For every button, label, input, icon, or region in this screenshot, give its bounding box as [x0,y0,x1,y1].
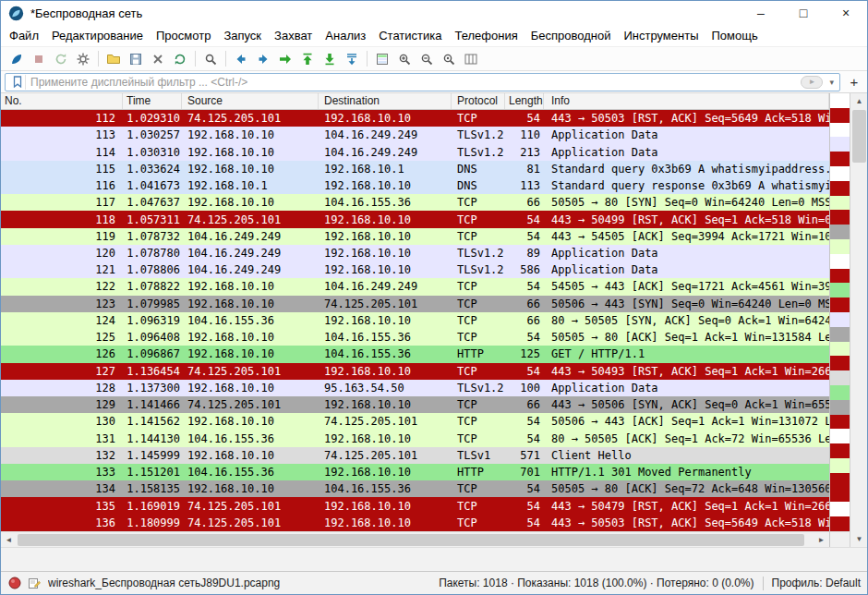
scroll-left-arrow[interactable]: ◄ [1,532,17,548]
packet-row[interactable]: 1281.137300192.168.10.1095.163.54.50TLSv… [1,380,829,396]
vertical-scroll-track[interactable] [850,109,868,531]
column-header-len[interactable]: Length [505,93,544,109]
start-capture-button[interactable] [6,48,28,69]
filter-apply-button[interactable]: ► [801,76,823,89]
packet-row[interactable]: 1341.158135192.168.10.10104.16.155.36TCP… [1,480,829,497]
packet-row[interactable]: 1251.096408192.168.10.10104.16.155.36TCP… [1,329,829,346]
packet-row[interactable]: 1351.16901974.125.205.101192.168.10.10TC… [1,497,829,514]
profile-selector[interactable]: Профиль: Default [772,577,862,589]
go-back-button[interactable] [230,48,252,69]
horizontal-scroll-thumb[interactable] [18,534,804,546]
menu-item-8[interactable]: Беспроводной [524,27,618,44]
packet-protocol: TCP [452,298,505,310]
menu-item-10[interactable]: Помощь [705,27,765,44]
packet-row[interactable]: 1181.05731174.125.205.101192.168.10.10TC… [1,211,829,227]
packet-row[interactable]: 1261.096867192.168.10.10104.16.155.36HTT… [1,346,829,362]
packet-row[interactable]: 1311.144130104.16.155.36192.168.10.10TCP… [1,430,829,446]
reload-file-button[interactable] [169,48,191,69]
menu-item-3[interactable]: Запуск [217,27,268,44]
packet-row[interactable]: 1161.041673192.168.10.1192.168.10.10DNS1… [1,177,829,194]
packet-row[interactable]: 1121.02931074.125.205.101192.168.10.10TC… [1,110,829,127]
stop-capture-button[interactable] [28,48,50,69]
go-first-button[interactable] [296,48,319,69]
filter-dropdown-caret[interactable]: ▾ [827,78,836,87]
packet-row[interactable]: 1211.078806104.16.249.249192.168.10.10TL… [1,261,829,278]
packet-row[interactable]: 1241.096319104.16.155.36192.168.10.10TCP… [1,312,829,329]
close-file-button[interactable] [147,48,169,69]
display-filter-input[interactable] [30,75,801,90]
packet-row[interactable]: 1301.141562192.168.10.1074.125.205.101TC… [1,413,829,430]
menu-item-9[interactable]: Инструменты [617,27,705,44]
maximize-button[interactable]: □ [782,1,825,25]
column-header-proto[interactable]: Protocol [452,93,505,109]
packet-row[interactable]: 1131.030257192.168.10.10104.16.249.249TL… [1,127,829,143]
auto-scroll-button[interactable] [341,48,363,69]
packet-row[interactable]: 1271.13645474.125.205.101192.168.10.10TC… [1,363,829,380]
zoom-out-button[interactable] [416,48,438,69]
display-filter-box: ► ▾ [5,73,840,91]
vertical-scroll-thumb[interactable] [852,110,866,163]
packet-row[interactable]: 1231.079985192.168.10.1074.125.205.101TC… [1,296,829,312]
scroll-down-arrow[interactable]: ▼ [850,531,868,547]
scroll-right-arrow[interactable]: ► [814,532,829,548]
packet-time: 1.033624 [123,163,182,176]
column-header-dst[interactable]: Destination [319,93,452,109]
packet-row[interactable]: 1221.078822192.168.10.10104.16.249.249TC… [1,278,829,295]
restart-capture-button[interactable] [50,48,72,69]
packet-length: 54 [505,213,544,226]
go-last-button[interactable] [319,48,341,69]
menu-item-2[interactable]: Просмотр [150,27,217,44]
open-file-button[interactable] [102,48,125,69]
minimap-stripe [830,254,850,269]
packet-source: 192.168.10.1 [182,179,319,192]
packet-row[interactable]: 1201.078780104.16.249.249192.168.10.10TL… [1,245,829,261]
packet-destination: 104.16.249.249 [319,280,452,293]
packet-info: 443 → 50503 [RST, ACK] Seq=5649 Ack=518 … [544,112,829,125]
column-header-info[interactable]: Info [544,93,829,109]
expert-info-button[interactable] [7,576,22,590]
menu-item-7[interactable]: Телефония [448,27,524,44]
find-packet-button[interactable] [199,48,222,69]
scroll-up-arrow[interactable]: ▲ [850,93,868,109]
packet-row[interactable]: 1191.078732104.16.249.249192.168.10.10TC… [1,228,829,245]
filter-bookmark-button[interactable] [9,75,26,90]
packet-row[interactable]: 1331.151201104.16.155.36192.168.10.10HTT… [1,464,829,480]
packet-row[interactable]: 1291.14146674.125.205.101192.168.10.10TC… [1,396,829,413]
capture-options-button[interactable] [72,48,94,69]
column-header-time[interactable]: Time [123,93,182,109]
add-filter-button[interactable]: + [845,73,863,91]
packet-info: Application Data [544,247,829,260]
packet-no: 130 [1,415,123,428]
packet-minimap[interactable] [830,93,850,531]
menu-item-6[interactable]: Статистика [372,27,448,44]
save-file-button[interactable] [125,48,147,69]
resize-columns-button[interactable] [460,48,482,69]
column-header-no[interactable]: No. [1,93,123,109]
column-header-src[interactable]: Source [182,93,319,109]
close-button[interactable]: × [825,1,867,25]
go-to-packet-button[interactable] [274,48,296,69]
zoom-in-button[interactable] [393,48,416,69]
packet-row[interactable]: 1141.030310192.168.10.10104.16.249.249TL… [1,143,829,160]
packet-destination: 104.16.155.36 [319,331,452,344]
horizontal-scroll-track[interactable] [17,532,814,548]
packet-time: 1.180999 [123,516,182,529]
zoom-reset-button[interactable] [438,48,460,69]
packet-row[interactable]: 1321.145999192.168.10.1074.125.205.101TL… [1,447,829,464]
packet-row[interactable]: 1151.033624192.168.10.10192.168.10.1DNS8… [1,161,829,177]
menu-item-1[interactable]: Редактирование [45,27,150,44]
packet-destination: 192.168.10.1 [319,163,452,176]
minimize-button[interactable]: – [740,1,782,25]
vertical-scrollbar: ▲ ▼ [850,93,868,547]
packet-row[interactable]: 1171.047637192.168.10.10104.16.155.36TCP… [1,194,829,211]
packet-protocol: DNS [452,163,505,176]
capture-comment-button[interactable] [27,576,42,590]
colorize-button[interactable] [371,48,393,69]
menu-item-4[interactable]: Захват [268,27,319,44]
menu-item-5[interactable]: Анализ [319,27,372,44]
menu-item-0[interactable]: Файл [3,27,45,44]
packet-no: 118 [1,213,123,226]
packet-row[interactable]: 1361.18099974.125.205.101192.168.10.10TC… [1,515,829,531]
go-forward-button[interactable] [252,48,274,69]
packet-destination: 95.163.54.50 [319,382,452,395]
